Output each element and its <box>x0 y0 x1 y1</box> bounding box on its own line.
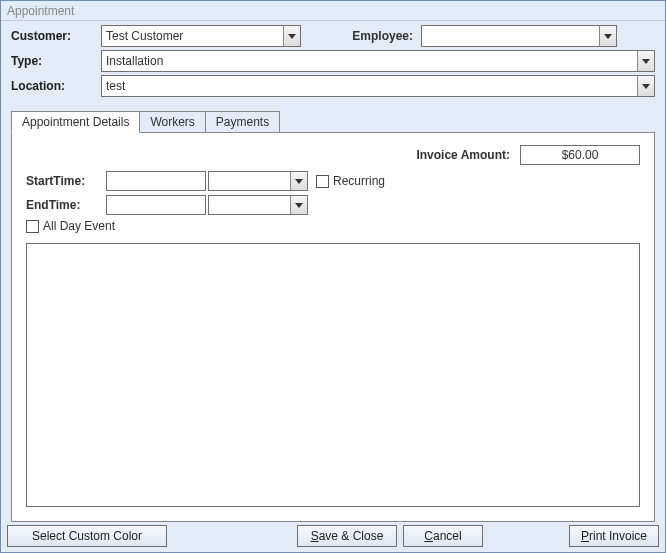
recurring-label: Recurring <box>333 174 385 188</box>
employee-label: Employee: <box>341 29 421 43</box>
tab-strip: Appointment Details Workers Payments <box>11 108 655 132</box>
svg-marker-3 <box>642 84 650 89</box>
location-value: test <box>106 79 125 93</box>
checkbox-box[interactable] <box>26 220 39 233</box>
svg-marker-4 <box>295 179 303 184</box>
recurring-checkbox[interactable]: Recurring <box>316 174 385 188</box>
svg-marker-2 <box>642 59 650 64</box>
select-custom-color-button[interactable]: Select Custom Color <box>7 525 167 547</box>
chevron-down-icon[interactable] <box>599 26 616 46</box>
chevron-down-icon[interactable] <box>637 51 654 71</box>
cancel-button[interactable]: Cancel <box>403 525 483 547</box>
alldayevent-label: All Day Event <box>43 219 115 233</box>
button-bar: Select Custom Color Save & Close Cancel … <box>7 524 659 548</box>
notes-textarea[interactable] <box>26 243 640 507</box>
customer-combo[interactable]: Test Customer <box>101 25 301 47</box>
starttime-time-combo[interactable] <box>208 171 308 191</box>
endtime-label: EndTime: <box>26 198 106 212</box>
svg-marker-5 <box>295 203 303 208</box>
tab-appointment-details[interactable]: Appointment Details <box>11 111 140 133</box>
type-label: Type: <box>11 54 101 68</box>
invoice-amount-field[interactable]: $60.00 <box>520 145 640 165</box>
svg-marker-1 <box>604 34 612 39</box>
alldayevent-checkbox[interactable]: All Day Event <box>26 219 115 233</box>
chevron-down-icon[interactable] <box>283 26 300 46</box>
print-invoice-button[interactable]: Print Invoice <box>569 525 659 547</box>
starttime-label: StartTime: <box>26 174 106 188</box>
location-label: Location: <box>11 79 101 93</box>
window-title: Appointment <box>7 4 74 18</box>
customer-value: Test Customer <box>106 29 183 43</box>
chevron-down-icon[interactable] <box>637 76 654 96</box>
tab-panel-details: Invoice Amount: $60.00 StartTime: Recurr… <box>11 132 655 522</box>
starttime-date-input[interactable] <box>106 171 206 191</box>
svg-marker-0 <box>288 34 296 39</box>
customer-label: Customer: <box>11 29 101 43</box>
invoice-amount-label: Invoice Amount: <box>416 148 510 162</box>
chevron-down-icon[interactable] <box>290 196 307 214</box>
endtime-time-combo[interactable] <box>208 195 308 215</box>
tabs-container: Appointment Details Workers Payments Inv… <box>11 108 655 522</box>
save-close-button[interactable]: Save & Close <box>297 525 397 547</box>
checkbox-box[interactable] <box>316 175 329 188</box>
endtime-date-input[interactable] <box>106 195 206 215</box>
chevron-down-icon[interactable] <box>290 172 307 190</box>
employee-combo[interactable] <box>421 25 617 47</box>
header-form: Customer: Test Customer Employee: Type: … <box>1 21 665 102</box>
tab-payments[interactable]: Payments <box>205 111 280 132</box>
type-value: Installation <box>106 54 163 68</box>
tab-workers[interactable]: Workers <box>139 111 205 132</box>
location-combo[interactable]: test <box>101 75 655 97</box>
title-bar: Appointment <box>1 1 665 21</box>
appointment-window: Appointment Customer: Test Customer Empl… <box>0 0 666 553</box>
type-combo[interactable]: Installation <box>101 50 655 72</box>
